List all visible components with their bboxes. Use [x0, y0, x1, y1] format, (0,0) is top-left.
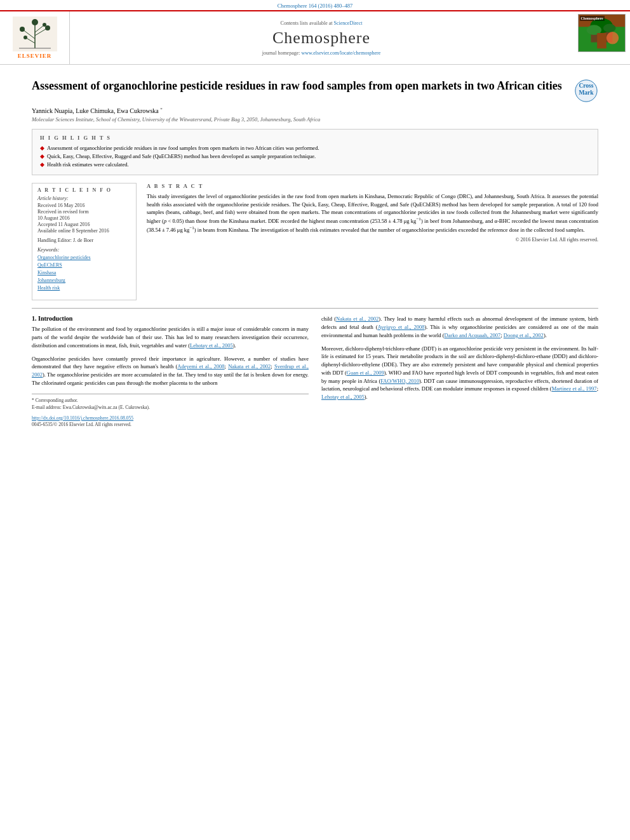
handling-editor: Handling Editor: J. de Boer — [37, 237, 131, 243]
introduction-title: 1. Introduction — [32, 315, 309, 322]
journal-header: ELSEVIER Contents lists available at Sci… — [0, 10, 630, 65]
ref-darko-2007[interactable]: Darko and Acquaah, 2007 — [445, 332, 501, 338]
elsevier-tree-icon — [13, 17, 57, 51]
ref-lehotay-2005-r[interactable]: Lehotay et al., 2005 — [321, 394, 365, 400]
bullet-2-icon: ◆ — [40, 153, 44, 159]
elsevier-logo: ELSEVIER — [13, 17, 57, 59]
article-title-section: Assessment of organochlorine pesticide r… — [32, 79, 598, 103]
homepage-url[interactable]: www.elsevier.com/locate/chemosphere — [302, 50, 381, 56]
author-2: Luke Chimuka, — [76, 107, 117, 114]
bullet-3-icon: ◆ — [40, 161, 44, 168]
svg-text:Cross: Cross — [579, 83, 593, 89]
keywords-group: Keywords: Organochlorine pesticides QuEC… — [37, 247, 131, 292]
corresponding-label: * Corresponding author. — [32, 397, 78, 403]
keyword-5[interactable]: Health risk — [37, 284, 131, 292]
sciencedirect-prefix: Contents lists available at — [281, 20, 334, 26]
highlight-text-1: Assessment of organochlorine pesticide r… — [47, 145, 319, 151]
issn-text: 0045-6535/© 2016 Elsevier Ltd. All right… — [32, 422, 131, 427]
elsevier-logo-section: ELSEVIER — [0, 11, 70, 64]
article-info-column: A R T I C L E I N F O Article history: R… — [32, 183, 137, 300]
accepted-date: Accepted 11 August 2016 — [37, 222, 131, 227]
intro-paragraph-2: Organochlorine pesticides have constantl… — [32, 355, 309, 387]
footer-issn: 0045-6535/© 2016 Elsevier Ltd. All right… — [32, 421, 309, 427]
highlight-text-2: Quick, Easy, Cheap, Effective, Rugged an… — [47, 153, 316, 159]
highlight-item-3: ◆ Health risk estimates were calculated. — [40, 161, 590, 168]
highlights-section: H I G H L I G H T S ◆ Assessment of orga… — [32, 129, 598, 175]
main-content: Assessment of organochlorine pesticide r… — [0, 65, 630, 440]
svg-text:Mark: Mark — [579, 90, 594, 96]
revised-label: Received in revised form — [37, 209, 131, 215]
svg-point-7 — [45, 25, 50, 30]
email-suffix: (E. Cukrowska). — [118, 404, 149, 410]
keyword-2[interactable]: QuEChERS — [37, 262, 131, 269]
section-divider — [32, 308, 598, 309]
corresponding-author-note: * Corresponding author. — [32, 397, 309, 403]
ref-doong-2002[interactable]: Doong et al., 2002 — [504, 332, 544, 338]
journal-homepage-line: journal homepage: www.elsevier.com/locat… — [262, 50, 381, 56]
email-label: E-mail address: — [32, 404, 63, 410]
email-note: E-mail address: Ewa.Cukrowska@wits.ac.za… — [32, 404, 309, 410]
article-info-box: A R T I C L E I N F O Article history: R… — [32, 183, 137, 300]
authors-line: Yannick Nuapia, Luke Chimuka, Ewa Cukrow… — [32, 107, 598, 114]
sciencedirect-line: Contents lists available at ScienceDirec… — [281, 20, 363, 26]
received-date: Received 16 May 2016 — [37, 203, 131, 208]
ref-martinez-1997[interactable]: Martinez et al., 1997 — [552, 385, 597, 392]
keywords-label: Keywords: — [37, 247, 131, 253]
journal-thumbnail-section: Chemosphere — [573, 11, 630, 64]
svg-rect-18 — [597, 33, 607, 48]
highlight-item-2: ◆ Quick, Easy, Cheap, Effective, Rugged … — [40, 153, 590, 159]
ref-fao-2010[interactable]: FAO/WHO, 2010 — [380, 378, 419, 384]
article-info-title: A R T I C L E I N F O — [37, 187, 131, 193]
abstract-column: A B S T R A C T This study investigates … — [147, 183, 598, 300]
keywords-list: Organochlorine pesticides QuEChERS Kinsh… — [37, 254, 131, 292]
ref-ayejuyo-2008[interactable]: Ayejuyo et al., 2008 — [378, 324, 425, 330]
journal-ref-text: Chemosphere 164 (2016) 480–487 — [278, 3, 352, 9]
svg-point-6 — [20, 27, 25, 32]
ref-nakata-2002-r[interactable]: Nakata et al., 2002 — [336, 316, 379, 322]
keyword-3[interactable]: Kinshasa — [37, 269, 131, 277]
cover-label: Chemosphere — [580, 16, 605, 21]
info-abstract-columns: A R T I C L E I N F O Article history: R… — [32, 183, 598, 300]
available-date: Available online 8 September 2016 — [37, 228, 131, 234]
crossmark-badge-icon[interactable]: Cross Mark — [574, 79, 598, 103]
journal-name: Chemosphere — [272, 29, 370, 48]
affiliation: Molecular Sciences Institute, School of … — [32, 116, 598, 123]
abstract-title: A B S T R A C T — [147, 183, 598, 189]
journal-cover-thumbnail: Chemosphere — [578, 14, 626, 52]
keyword-4[interactable]: Johannesburg — [37, 277, 131, 284]
ref-guan-2009[interactable]: Guan et al., 2009 — [347, 370, 384, 376]
highlights-title: H I G H L I G H T S — [40, 135, 590, 141]
bullet-1-icon: ◆ — [40, 145, 44, 151]
svg-point-17 — [603, 23, 615, 32]
svg-point-9 — [43, 23, 46, 27]
copyright-text: © 2016 Elsevier Ltd. All rights reserved… — [147, 237, 598, 243]
svg-point-8 — [23, 36, 27, 39]
keyword-1[interactable]: Organochlorine pesticides — [37, 254, 131, 262]
author-asterisk: * — [160, 107, 163, 112]
email-link[interactable]: Ewa.Cukrowska@wits.ac.za — [63, 404, 117, 410]
intro-paragraph-3: child (Nakata et al., 2002). They lead t… — [321, 315, 598, 339]
intro-paragraph-1: The pollution of the environment and foo… — [32, 325, 309, 349]
intro-paragraph-4: Moreover, dichloro-diphenyl-trichloro-et… — [321, 345, 598, 401]
journal-reference-bar: Chemosphere 164 (2016) 480–487 — [0, 0, 630, 10]
doi-link[interactable]: http://dx.doi.org/10.1016/j.chemosphere.… — [32, 415, 133, 421]
ref-adeyemi-2008[interactable]: Adeyemi et al., 2008 — [177, 363, 224, 370]
svg-point-10 — [32, 19, 38, 25]
footer-bar: http://dx.doi.org/10.1016/j.chemosphere.… — [32, 415, 309, 421]
footnote-section: * Corresponding author. E-mail address: … — [32, 394, 309, 410]
body-right-column: child (Nakata et al., 2002). They lead t… — [321, 315, 598, 427]
history-group: Article history: Received 16 May 2016 Re… — [37, 196, 131, 234]
svg-point-19 — [606, 32, 618, 44]
revised-date: 10 August 2016 — [37, 215, 131, 221]
elsevier-wordmark: ELSEVIER — [18, 53, 52, 59]
author-1: Yannick Nuapia, — [32, 107, 76, 114]
body-columns: 1. Introduction The pollution of the env… — [32, 315, 598, 427]
highlight-text-3: Health risk estimates were calculated. — [47, 161, 129, 168]
ref-lehotay-2005[interactable]: Lehotay et al., 2005 — [190, 342, 233, 349]
author-3: Ewa Cukrowska — [117, 107, 159, 114]
journal-center-header: Contents lists available at ScienceDirec… — [70, 11, 573, 64]
ref-nakata-2002[interactable]: Nakata et al., 2002 — [228, 363, 271, 370]
sciencedirect-link[interactable]: ScienceDirect — [334, 20, 363, 26]
handling-group: Handling Editor: J. de Boer — [37, 237, 131, 243]
history-label: Article history: — [37, 196, 131, 201]
